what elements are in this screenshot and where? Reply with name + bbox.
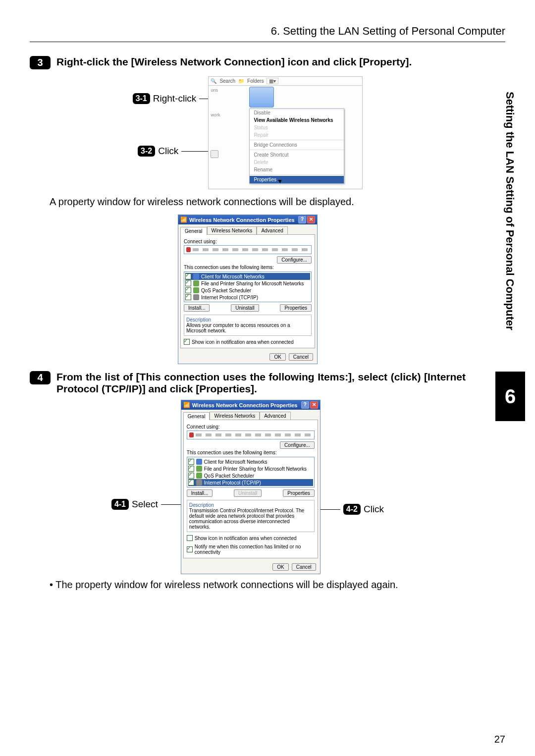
items-list-1: Client for Microsoft Networks File and P… bbox=[184, 271, 312, 302]
ctx-rename[interactable]: Rename bbox=[250, 166, 344, 173]
fileshare-icon-2 bbox=[196, 466, 202, 472]
connect-using-label-2: Connect using: bbox=[187, 424, 315, 430]
sub-badge-4-2: 4-2 bbox=[343, 504, 361, 515]
install-button[interactable]: Install... bbox=[184, 304, 210, 312]
install-button-2[interactable]: Install... bbox=[187, 489, 213, 497]
item-tcpip-label: Internet Protocol (TCP/IP) bbox=[201, 295, 258, 300]
item-qos-label-2: QoS Packet Scheduler bbox=[204, 473, 254, 479]
ok-button-1[interactable]: OK bbox=[269, 353, 285, 361]
toolbar-search: Search bbox=[219, 78, 235, 84]
tab-wireless[interactable]: Wireless Networks bbox=[207, 226, 257, 234]
sidebar-text-bottom: work bbox=[211, 112, 245, 117]
checkbox-tcpip-2[interactable] bbox=[188, 480, 194, 486]
cancel-button-1[interactable]: Cancel bbox=[289, 353, 313, 361]
ctx-bridge[interactable]: Bridge Connections bbox=[250, 141, 344, 149]
checkbox-qos[interactable] bbox=[185, 287, 191, 293]
step-4-text: From the list of [This connection uses t… bbox=[56, 371, 466, 395]
search-icon: 🔍 bbox=[211, 78, 216, 84]
qos-icon bbox=[193, 287, 199, 293]
client-icon bbox=[193, 273, 199, 279]
help-button[interactable]: ? bbox=[298, 216, 306, 223]
item-fileshare-label: File and Printer Sharing for Microsoft N… bbox=[201, 281, 304, 286]
tab-wireless-2[interactable]: Wireless Networks bbox=[210, 412, 260, 420]
items-label-1: This connection uses the following items… bbox=[184, 265, 312, 270]
scroll-button[interactable] bbox=[211, 150, 218, 158]
chapter-badge: 6 bbox=[495, 372, 525, 421]
qos-icon-2 bbox=[196, 473, 202, 479]
cancel-button-2[interactable]: Cancel bbox=[292, 563, 316, 571]
item-qos-2[interactable]: QoS Packet Scheduler bbox=[188, 472, 313, 479]
sub-badge-4-1: 4-1 bbox=[111, 499, 129, 510]
sidebar-text-top: ons bbox=[211, 88, 245, 93]
toolbar-folders: Folders bbox=[247, 78, 264, 84]
item-tcpip-2[interactable]: Internet Protocol (TCP/IP) bbox=[188, 479, 313, 486]
checkbox-client[interactable] bbox=[185, 273, 191, 279]
adapter-icon-2 bbox=[189, 432, 194, 437]
item-client-label: Client for Microsoft Networks bbox=[201, 274, 265, 279]
checkbox-client-2[interactable] bbox=[188, 459, 194, 465]
page-header: 6. Setting the LAN Setting of Personal C… bbox=[30, 25, 505, 42]
uninstall-button[interactable]: Uninstall bbox=[231, 304, 259, 312]
wireless-icon: 📶 bbox=[180, 216, 187, 223]
adapter-field bbox=[184, 245, 312, 254]
sub-label-3-2: Click bbox=[158, 146, 178, 157]
ctx-status: Status bbox=[250, 124, 344, 131]
properties-button-2[interactable]: Properties bbox=[283, 489, 315, 497]
ctx-repair: Repair bbox=[250, 131, 344, 139]
description-title-1: Description bbox=[186, 317, 309, 323]
item-client-2[interactable]: Client for Microsoft Networks bbox=[188, 458, 313, 465]
sub-label-3-1: Right-click bbox=[153, 93, 197, 104]
ctx-delete: Delete bbox=[250, 159, 344, 166]
sub-badge-3-2: 3-2 bbox=[138, 146, 155, 157]
wireless-connection-icon[interactable] bbox=[249, 87, 274, 108]
tab-general-2[interactable]: General bbox=[183, 412, 210, 420]
item-client[interactable]: Client for Microsoft Networks bbox=[185, 273, 310, 280]
item-client-label-2: Client for Microsoft Networks bbox=[204, 459, 268, 465]
tab-advanced-2[interactable]: Advanced bbox=[260, 412, 290, 420]
view-toggle[interactable]: ▦▾ bbox=[267, 78, 278, 84]
fileshare-icon bbox=[193, 280, 199, 286]
folders-icon: 📁 bbox=[238, 78, 244, 84]
step-4-after: The property window for wireless network… bbox=[50, 579, 466, 591]
ctx-view-networks[interactable]: View Available Wireless Networks bbox=[250, 116, 344, 124]
ctx-shortcut[interactable]: Create Shortcut bbox=[250, 151, 344, 159]
page-number: 27 bbox=[494, 734, 505, 745]
configure-button-2[interactable]: Configure... bbox=[280, 441, 315, 449]
help-button-2[interactable]: ? bbox=[301, 401, 309, 409]
step-3: 3 Right-click the [Wireless Network Conn… bbox=[30, 56, 466, 69]
configure-button[interactable]: Configure... bbox=[277, 256, 312, 264]
ctx-disable[interactable]: Disable bbox=[250, 109, 344, 116]
checkbox-showicon-2[interactable] bbox=[187, 535, 193, 541]
wireless-icon-2: 📶 bbox=[183, 402, 190, 408]
side-tab-label: Setting the LAN Setting of Personal Comp… bbox=[503, 92, 516, 330]
close-button-2[interactable]: ✕ bbox=[310, 401, 318, 409]
checkbox-notify[interactable] bbox=[187, 546, 193, 552]
checkbox-fileshare[interactable] bbox=[185, 280, 191, 286]
ctx-properties[interactable]: Properties bbox=[250, 176, 344, 183]
figure-properties-dialog-1: 📶 Wireless Network Connection Properties… bbox=[178, 215, 318, 364]
properties-button-1[interactable]: Properties bbox=[280, 304, 312, 312]
description-text-1: Allows your computer to access resources… bbox=[186, 323, 309, 333]
tcpip-icon bbox=[193, 294, 199, 300]
item-fileshare[interactable]: File and Printer Sharing for Microsoft N… bbox=[185, 280, 310, 287]
tab-general[interactable]: General bbox=[180, 227, 207, 235]
ok-button-2[interactable]: OK bbox=[272, 563, 288, 571]
item-fileshare-2[interactable]: File and Printer Sharing for Microsoft N… bbox=[188, 465, 313, 472]
sub-label-4-1: Select bbox=[132, 499, 158, 510]
tab-advanced[interactable]: Advanced bbox=[257, 226, 287, 234]
showicon-label-2: Show icon in notification area when conn… bbox=[195, 536, 297, 541]
checkbox-qos-2[interactable] bbox=[188, 473, 194, 479]
tcpip-icon-2 bbox=[196, 480, 202, 486]
adapter-field-2 bbox=[187, 431, 315, 439]
adapter-icon bbox=[186, 247, 191, 252]
context-menu: Disable View Available Wireless Networks… bbox=[249, 108, 344, 184]
item-tcpip[interactable]: Internet Protocol (TCP/IP) bbox=[185, 294, 310, 301]
description-text-2: Transmission Control Protocol/Internet P… bbox=[189, 508, 312, 530]
item-qos[interactable]: QoS Packet Scheduler bbox=[185, 287, 310, 294]
checkbox-fileshare-2[interactable] bbox=[188, 466, 194, 472]
step-badge-3: 3 bbox=[30, 56, 51, 69]
showicon-label-1: Show icon in notification area when conn… bbox=[192, 339, 294, 345]
checkbox-tcpip[interactable] bbox=[185, 294, 191, 300]
close-button[interactable]: ✕ bbox=[307, 216, 315, 223]
checkbox-showicon-1[interactable] bbox=[184, 339, 190, 345]
